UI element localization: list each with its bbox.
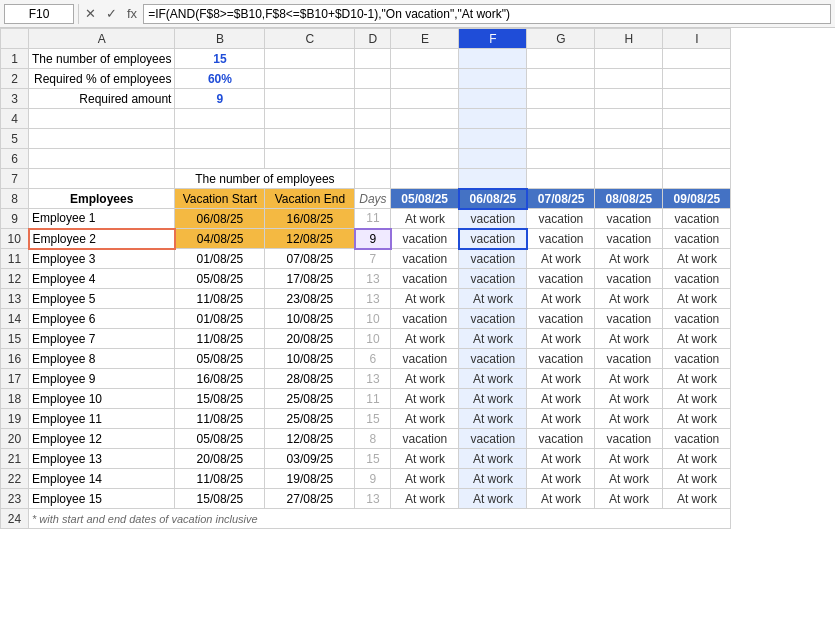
cell-f8[interactable]: 06/08/25 bbox=[459, 189, 527, 209]
cell-d17[interactable]: 13 bbox=[355, 369, 391, 389]
cell-g12[interactable]: vacation bbox=[527, 269, 595, 289]
cell-g8[interactable]: 07/08/25 bbox=[527, 189, 595, 209]
cell-g4[interactable] bbox=[527, 109, 595, 129]
cell-d14[interactable]: 10 bbox=[355, 309, 391, 329]
col-header-a[interactable]: A bbox=[29, 29, 175, 49]
cell-a18[interactable]: Employee 10 bbox=[29, 389, 175, 409]
cell-f2[interactable] bbox=[459, 69, 527, 89]
col-header-b[interactable]: B bbox=[175, 29, 265, 49]
cell-h20[interactable]: vacation bbox=[595, 429, 663, 449]
cell-c6[interactable] bbox=[265, 149, 355, 169]
cell-a15[interactable]: Employee 7 bbox=[29, 329, 175, 349]
cell-h9[interactable]: vacation bbox=[595, 209, 663, 229]
cell-a2[interactable]: Required % of employees bbox=[29, 69, 175, 89]
cell-c5[interactable] bbox=[265, 129, 355, 149]
col-header-i[interactable]: I bbox=[663, 29, 731, 49]
cell-d15[interactable]: 10 bbox=[355, 329, 391, 349]
cell-d19[interactable]: 15 bbox=[355, 409, 391, 429]
cell-e6[interactable] bbox=[391, 149, 459, 169]
cell-g6[interactable] bbox=[527, 149, 595, 169]
cell-f12[interactable]: vacation bbox=[459, 269, 527, 289]
cell-reference-box[interactable]: F10 bbox=[4, 4, 74, 24]
cell-c13[interactable]: 23/08/25 bbox=[265, 289, 355, 309]
cell-e12[interactable]: vacation bbox=[391, 269, 459, 289]
cell-e17[interactable]: At work bbox=[391, 369, 459, 389]
cell-e18[interactable]: At work bbox=[391, 389, 459, 409]
col-header-d[interactable]: D bbox=[355, 29, 391, 49]
cell-f3[interactable] bbox=[459, 89, 527, 109]
cell-h21[interactable]: At work bbox=[595, 449, 663, 469]
cell-i1[interactable] bbox=[663, 49, 731, 69]
cell-e11[interactable]: vacation bbox=[391, 249, 459, 269]
cell-b20[interactable]: 05/08/25 bbox=[175, 429, 265, 449]
cell-b21[interactable]: 20/08/25 bbox=[175, 449, 265, 469]
cell-e15[interactable]: At work bbox=[391, 329, 459, 349]
cell-f4[interactable] bbox=[459, 109, 527, 129]
fx-icon[interactable]: fx bbox=[125, 6, 139, 21]
cell-i17[interactable]: At work bbox=[663, 369, 731, 389]
cell-b16[interactable]: 05/08/25 bbox=[175, 349, 265, 369]
cell-b8[interactable]: Vacation Start bbox=[175, 189, 265, 209]
cell-e23[interactable]: At work bbox=[391, 489, 459, 509]
cell-d8[interactable]: Days bbox=[355, 189, 391, 209]
cell-f19[interactable]: At work bbox=[459, 409, 527, 429]
cell-f23[interactable]: At work bbox=[459, 489, 527, 509]
cell-a20[interactable]: Employee 12 bbox=[29, 429, 175, 449]
cell-b19[interactable]: 11/08/25 bbox=[175, 409, 265, 429]
cell-i14[interactable]: vacation bbox=[663, 309, 731, 329]
cell-a14[interactable]: Employee 6 bbox=[29, 309, 175, 329]
cell-b22[interactable]: 11/08/25 bbox=[175, 469, 265, 489]
cell-g5[interactable] bbox=[527, 129, 595, 149]
cell-d16[interactable]: 6 bbox=[355, 349, 391, 369]
cell-i20[interactable]: vacation bbox=[663, 429, 731, 449]
cell-a12[interactable]: Employee 4 bbox=[29, 269, 175, 289]
cell-a4[interactable] bbox=[29, 109, 175, 129]
confirm-icon[interactable]: ✓ bbox=[104, 6, 119, 21]
cell-i16[interactable]: vacation bbox=[663, 349, 731, 369]
cell-b10[interactable]: 04/08/25 bbox=[175, 229, 265, 249]
cell-e19[interactable]: At work bbox=[391, 409, 459, 429]
cell-h22[interactable]: At work bbox=[595, 469, 663, 489]
cell-i4[interactable] bbox=[663, 109, 731, 129]
cell-a13[interactable]: Employee 5 bbox=[29, 289, 175, 309]
cell-b15[interactable]: 11/08/25 bbox=[175, 329, 265, 349]
cell-b23[interactable]: 15/08/25 bbox=[175, 489, 265, 509]
col-header-g[interactable]: G bbox=[527, 29, 595, 49]
cell-h6[interactable] bbox=[595, 149, 663, 169]
cell-c22[interactable]: 19/08/25 bbox=[265, 469, 355, 489]
cell-c20[interactable]: 12/08/25 bbox=[265, 429, 355, 449]
cell-a6[interactable] bbox=[29, 149, 175, 169]
cell-e9[interactable]: At work bbox=[391, 209, 459, 229]
cell-c11[interactable]: 07/08/25 bbox=[265, 249, 355, 269]
cell-a17[interactable]: Employee 9 bbox=[29, 369, 175, 389]
cell-f1[interactable] bbox=[459, 49, 527, 69]
cell-d20[interactable]: 8 bbox=[355, 429, 391, 449]
cell-d9[interactable]: 11 bbox=[355, 209, 391, 229]
cell-f6[interactable] bbox=[459, 149, 527, 169]
cell-e20[interactable]: vacation bbox=[391, 429, 459, 449]
cell-i15[interactable]: At work bbox=[663, 329, 731, 349]
cell-g2[interactable] bbox=[527, 69, 595, 89]
cell-i7[interactable] bbox=[663, 169, 731, 189]
formula-input[interactable]: =IF(AND(F$8>=$B10,F$8<=$B10+$D10-1),"On … bbox=[143, 4, 831, 24]
cell-b6[interactable] bbox=[175, 149, 265, 169]
cell-c23[interactable]: 27/08/25 bbox=[265, 489, 355, 509]
cell-i11[interactable]: At work bbox=[663, 249, 731, 269]
cell-d1[interactable] bbox=[355, 49, 391, 69]
cell-i6[interactable] bbox=[663, 149, 731, 169]
col-header-h[interactable]: H bbox=[595, 29, 663, 49]
cell-f15[interactable]: At work bbox=[459, 329, 527, 349]
cell-b17[interactable]: 16/08/25 bbox=[175, 369, 265, 389]
cell-d3[interactable] bbox=[355, 89, 391, 109]
cell-f7[interactable] bbox=[459, 169, 527, 189]
col-header-c[interactable]: C bbox=[265, 29, 355, 49]
cell-h18[interactable]: At work bbox=[595, 389, 663, 409]
cell-g20[interactable]: vacation bbox=[527, 429, 595, 449]
cell-f10[interactable]: vacation bbox=[459, 229, 527, 249]
cell-g16[interactable]: vacation bbox=[527, 349, 595, 369]
cell-b4[interactable] bbox=[175, 109, 265, 129]
cell-d18[interactable]: 11 bbox=[355, 389, 391, 409]
col-header-f[interactable]: F bbox=[459, 29, 527, 49]
cell-c1[interactable] bbox=[265, 49, 355, 69]
cell-a10[interactable]: Employee 2 bbox=[29, 229, 175, 249]
